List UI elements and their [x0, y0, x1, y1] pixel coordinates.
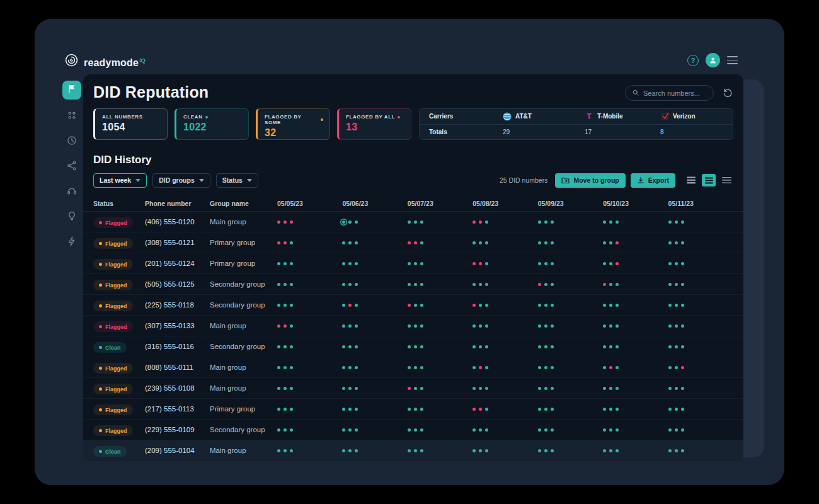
group-filter-dropdown[interactable]: DID groups: [152, 173, 210, 188]
stat-label: FLAGGED BY SOME: [265, 114, 318, 125]
status-badge: Clean: [93, 342, 127, 353]
menu-icon[interactable]: [727, 56, 738, 64]
status-dot: [616, 366, 619, 369]
status-dot: [485, 345, 488, 348]
status-badge: Flagged: [93, 321, 133, 332]
stat-card[interactable]: ALL NUMBERS 1054: [93, 108, 168, 140]
table-row[interactable]: Flagged (229) 555-0109 Secondary group: [83, 420, 743, 440]
sidebar-item-support[interactable]: [66, 186, 77, 198]
sidebar-item-history[interactable]: [66, 136, 77, 147]
day-status-cell: [603, 262, 668, 265]
status-dot: [616, 220, 619, 224]
carrier-item[interactable]: Verizon: [660, 112, 733, 121]
status-dot: [551, 428, 554, 432]
status-dot: [290, 283, 293, 286]
export-button[interactable]: Export: [631, 173, 675, 188]
help-icon[interactable]: ?: [687, 55, 699, 66]
readymode-logo-icon: [64, 53, 79, 70]
totals-label: Totals: [429, 129, 503, 135]
stat-value: 32: [265, 127, 323, 139]
status-dot: [479, 345, 482, 348]
search-input[interactable]: [643, 89, 733, 97]
status-dot: [603, 241, 606, 244]
table-row[interactable]: Flagged (225) 555-0118 Secondary group: [83, 295, 743, 316]
group-name: Primary group: [210, 260, 277, 267]
avatar-icon[interactable]: [706, 53, 720, 67]
stat-card-header: FLAGGED BY SOME: [265, 114, 323, 125]
move-to-group-button[interactable]: Move to group: [555, 173, 625, 188]
table-row[interactable]: Flagged (239) 555-0108 Main group: [83, 378, 743, 399]
stat-card[interactable]: FLAGGED BY SOME 32: [256, 108, 330, 140]
status-dot: [538, 366, 541, 369]
status-dot: [408, 220, 411, 224]
status-dot: [355, 449, 358, 452]
table-row[interactable]: Flagged (201) 555-0124 Primary group: [83, 253, 743, 274]
chevron-down-icon: [199, 179, 204, 182]
table-row[interactable]: Flagged (308) 555-0121 Primary group: [83, 232, 743, 253]
status-dot: [290, 449, 293, 452]
status-dot: [681, 304, 684, 307]
day-status-cell: [408, 262, 472, 265]
stat-label: ALL NUMBERS: [102, 114, 143, 120]
time-filter-dropdown[interactable]: Last week: [93, 173, 147, 188]
status-dot: [479, 408, 482, 411]
day-status-cell: [472, 220, 537, 224]
verizon-check-icon: [660, 112, 669, 121]
status-cell: Flagged: [93, 361, 145, 374]
table-row[interactable]: Flagged (217) 555-0113 Primary group: [83, 399, 743, 420]
stat-card-header: CLEAN: [183, 114, 242, 120]
phone-number: (307) 555-0133: [145, 322, 210, 329]
status-dot: [616, 241, 619, 244]
status-dot: [479, 262, 482, 265]
carrier-item[interactable]: AT&T: [503, 112, 585, 121]
sidebar-item-groups[interactable]: [66, 111, 77, 122]
status-dot: [277, 428, 280, 432]
status-label: Clean: [105, 345, 121, 351]
stat-card[interactable]: CLEAN 1022: [175, 108, 249, 140]
table-row[interactable]: Flagged (406) 555-0120 Main group: [83, 212, 743, 232]
group-name: Main group: [210, 447, 277, 454]
status-dot: [290, 324, 293, 328]
stat-card[interactable]: FLAGGED BY ALL 13: [337, 108, 411, 140]
status-dot: [277, 345, 280, 348]
status-dot-icon: [99, 346, 102, 349]
grid-view-icon[interactable]: [684, 174, 698, 186]
refresh-icon[interactable]: [722, 87, 734, 99]
status-cell: Clean: [93, 444, 145, 457]
table-row[interactable]: Flagged (307) 555-0133 Main group: [83, 316, 743, 336]
list-view-icon[interactable]: [702, 174, 716, 186]
table-row[interactable]: Flagged (505) 555-0125 Secondary group: [83, 274, 743, 295]
status-dot: [479, 241, 482, 244]
phone-number: (217) 555-0113: [145, 405, 210, 413]
status-dot: [675, 428, 678, 432]
status-dot: [355, 345, 358, 348]
status-dot: [408, 283, 411, 286]
table-row[interactable]: Flagged (808) 555-0111 Main group: [83, 357, 743, 378]
sidebar-item-automation[interactable]: [66, 237, 77, 248]
status-dot: [616, 304, 619, 307]
status-dot: [472, 408, 476, 411]
status-dot: [538, 345, 541, 348]
day-status-cell: [472, 304, 537, 307]
sidebar-item-insights[interactable]: [66, 212, 77, 223]
compact-view-icon[interactable]: [719, 174, 733, 186]
status-dot: [414, 241, 417, 244]
status-dot: [479, 387, 482, 390]
carrier-item[interactable]: TT-Mobile: [585, 112, 660, 121]
status-badge: Flagged: [93, 217, 133, 228]
status-cell: Flagged: [93, 382, 145, 394]
status-filter-dropdown[interactable]: Status: [216, 173, 258, 188]
search-box[interactable]: [625, 85, 714, 101]
sidebar-item-network[interactable]: [66, 161, 77, 173]
day-status-cell: [342, 283, 407, 286]
status-dot: [675, 366, 678, 369]
history-icon: [66, 135, 77, 149]
table-row[interactable]: Clean (316) 555-0116 Secondary group: [83, 336, 743, 357]
status-dot: [472, 449, 476, 452]
table-row[interactable]: Clean (209) 555-0104 Main group: [83, 440, 743, 461]
status-dot: [408, 449, 411, 452]
status-dot: [616, 408, 619, 411]
status-dot: [675, 304, 678, 307]
sidebar-item-did-reputation[interactable]: [62, 81, 81, 100]
day-status-cell: [342, 366, 407, 369]
